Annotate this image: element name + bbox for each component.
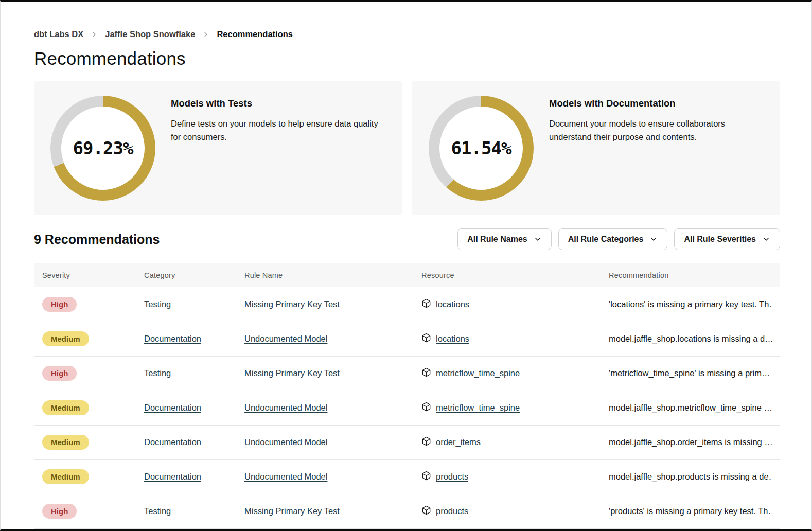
donut-center: 69.23%: [61, 107, 145, 190]
table-row: Medium Documentation Undocumented Model …: [34, 322, 780, 356]
category-link[interactable]: Documentation: [144, 472, 201, 481]
resource-link[interactable]: metricflow_time_spine: [436, 368, 520, 378]
resource-link[interactable]: locations: [436, 334, 469, 344]
recommendation-text: model.jaffle_shop.products is missing a …: [609, 472, 772, 482]
category-link[interactable]: Documentation: [144, 403, 201, 412]
recommendations-toolbar: 9 Recommendations All Rule Names All Rul…: [34, 228, 780, 250]
recommendations-count: 9 Recommendations: [34, 232, 160, 247]
table-row: Medium Documentation Undocumented Model …: [34, 459, 780, 494]
rule-categories-filter-dropdown[interactable]: All Rule Categories: [558, 228, 668, 250]
donut-center: 61.54%: [439, 107, 523, 190]
breadcrumb-item-project[interactable]: Jaffle Shop Snowflake: [105, 29, 195, 39]
package-icon: [421, 471, 431, 483]
resource-link[interactable]: products: [436, 472, 468, 482]
severity-badge: Medium: [42, 331, 89, 346]
table-row: High Testing Missing Primary Key Test lo…: [34, 287, 780, 322]
column-header-resource: Resource: [413, 263, 601, 287]
filter-label: All Rule Severities: [684, 235, 756, 244]
category-link[interactable]: Testing: [144, 506, 171, 516]
rule-name-link[interactable]: Undocumented Model: [244, 403, 327, 412]
summary-cards: 69.23% Models with Tests Define tests on…: [34, 81, 780, 215]
filter-group: All Rule Names All Rule Categories All R…: [457, 228, 780, 250]
table-row: Medium Documentation Undocumented Model …: [34, 425, 780, 459]
package-icon: [421, 298, 431, 310]
documentation-percent-value: 61.54%: [451, 138, 511, 158]
recommendation-text: 'products' is missing a primary key test…: [609, 506, 772, 516]
breadcrumb-item-account[interactable]: dbt Labs DX: [34, 29, 83, 39]
column-header-category: Category: [136, 263, 236, 287]
recommendations-page: dbt Labs DX Jaffle Shop Snowflake Recomm…: [1, 29, 811, 529]
column-header-rule-name: Rule Name: [236, 263, 413, 287]
severity-badge: High: [42, 297, 77, 312]
card-title: Models with Tests: [171, 98, 387, 109]
recommendations-table: Severity Category Rule Name Resource Rec…: [34, 263, 780, 529]
documentation-donut-chart: 61.54%: [429, 96, 534, 201]
models-with-tests-card: 69.23% Models with Tests Define tests on…: [34, 81, 402, 215]
package-icon: [421, 402, 431, 414]
table-header-row: Severity Category Rule Name Resource Rec…: [34, 263, 780, 287]
filter-label: All Rule Names: [467, 235, 527, 244]
rule-name-link[interactable]: Missing Primary Key Test: [244, 506, 340, 516]
column-header-severity: Severity: [34, 263, 136, 287]
package-icon: [421, 367, 431, 379]
chevron-down-icon: [649, 235, 658, 243]
models-with-documentation-card: 61.54% Models with Documentation Documen…: [412, 81, 780, 215]
card-title: Models with Documentation: [549, 98, 766, 109]
chevron-down-icon: [534, 235, 542, 243]
tests-percent-value: 69.23%: [73, 138, 133, 158]
rule-names-filter-dropdown[interactable]: All Rule Names: [457, 228, 551, 250]
card-description: Define tests on your models to help ensu…: [171, 117, 387, 144]
recommendation-text: model.jaffle_shop.metricflow_time_spine …: [609, 403, 772, 413]
card-description: Document your models to ensure collabora…: [549, 117, 766, 144]
package-icon: [421, 436, 431, 448]
recommendation-text: 'locations' is missing a primary key tes…: [609, 299, 772, 309]
severity-badge: High: [42, 504, 77, 519]
filter-label: All Rule Categories: [568, 235, 644, 244]
resource-link[interactable]: metricflow_time_spine: [436, 403, 520, 413]
rule-name-link[interactable]: Undocumented Model: [244, 334, 327, 343]
package-icon: [421, 505, 431, 517]
page-title: Recommendations: [34, 48, 780, 69]
recommendation-text: 'metricflow_time_spine' is missing a pri…: [609, 368, 772, 378]
table-row: Medium Documentation Undocumented Model …: [34, 391, 780, 425]
rule-name-link[interactable]: Undocumented Model: [244, 437, 327, 447]
severity-badge: Medium: [42, 435, 89, 450]
rule-severities-filter-dropdown[interactable]: All Rule Severities: [674, 228, 780, 250]
recommendation-text: model.jaffle_shop.order_items is missing…: [609, 437, 772, 447]
column-header-recommendation: Recommendation: [601, 263, 780, 287]
rule-name-link[interactable]: Missing Primary Key Test: [244, 368, 340, 378]
category-link[interactable]: Testing: [144, 368, 171, 378]
category-link[interactable]: Documentation: [144, 437, 201, 447]
package-icon: [421, 333, 431, 345]
chevron-right-icon: [202, 31, 209, 38]
category-link[interactable]: Testing: [144, 299, 171, 309]
severity-badge: High: [42, 366, 77, 381]
breadcrumb: dbt Labs DX Jaffle Shop Snowflake Recomm…: [34, 29, 780, 39]
recommendation-text: model.jaffle_shop.locations is missing a…: [609, 334, 772, 344]
resource-link[interactable]: locations: [436, 299, 469, 309]
category-link[interactable]: Documentation: [144, 334, 201, 343]
chevron-right-icon: [91, 31, 98, 38]
chevron-down-icon: [762, 235, 770, 243]
breadcrumb-item-current: Recommendations: [217, 29, 293, 39]
severity-badge: Medium: [42, 400, 89, 415]
tests-donut-chart: 69.23%: [50, 96, 155, 201]
table-row: High Testing Missing Primary Key Test pr…: [34, 494, 780, 528]
resource-link[interactable]: products: [436, 506, 468, 516]
rule-name-link[interactable]: Undocumented Model: [244, 472, 327, 481]
rule-name-link[interactable]: Missing Primary Key Test: [244, 299, 340, 309]
severity-badge: Medium: [42, 469, 89, 484]
table-row: High Testing Missing Primary Key Test me…: [34, 356, 780, 391]
resource-link[interactable]: order_items: [436, 437, 481, 447]
app-window: dbt Labs DX Jaffle Shop Snowflake Recomm…: [0, 0, 812, 531]
